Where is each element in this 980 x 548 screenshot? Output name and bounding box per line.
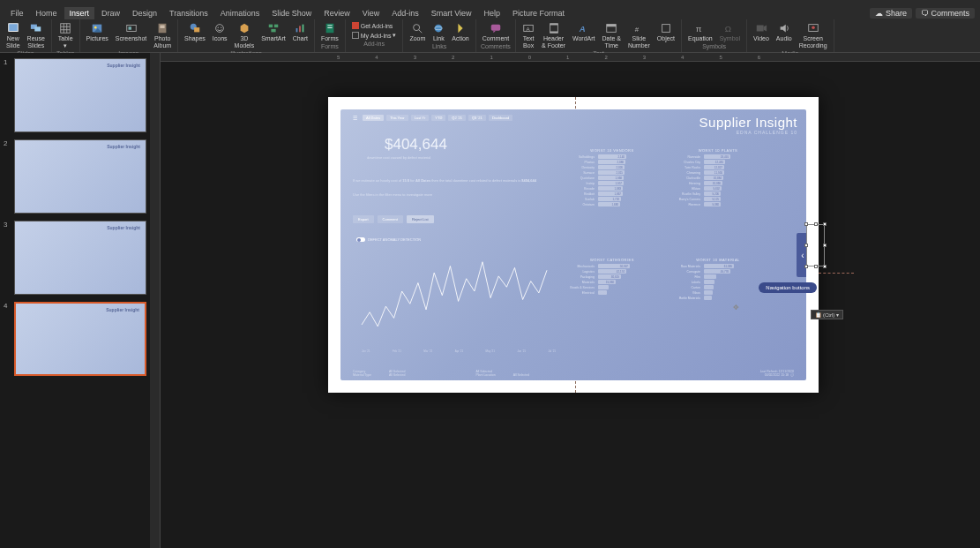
filter-q3[interactable]: Q3 '21 [468,115,486,121]
svg-rect-21 [269,25,273,28]
svg-marker-20 [241,24,249,34]
comment-button[interactable]: Comment [480,21,512,42]
tab-home[interactable]: Home [31,7,63,19]
tab-animations[interactable]: Animations [215,7,266,19]
tab-help[interactable]: Help [479,7,506,19]
tab-view[interactable]: View [357,7,385,19]
slide-content[interactable]: ☰ All Dates This Year Last Yr YTD Q2 '21… [328,97,819,393]
my-addins-button[interactable]: My Add-ins ▾ [349,31,400,40]
svg-point-30 [414,25,420,31]
shapes-button[interactable]: Shapes [182,21,208,42]
addins-icon [352,32,359,39]
navigation-callout[interactable]: Navigation buttons [759,282,817,293]
reuse-slides-button[interactable]: ReuseSlides [25,21,48,49]
comment-dash-button[interactable]: Comment [378,215,403,223]
link-button[interactable]: Link [430,21,447,42]
store-icon [352,22,359,29]
tab-file[interactable]: File [5,7,29,19]
svg-point-9 [94,26,97,29]
symbol-button[interactable]: ΩSymbol [717,21,743,42]
thumbnail-2[interactable]: Supplier Insight [14,139,146,214]
forms-button[interactable]: Forms [318,21,341,42]
reject-list-button[interactable]: Reject List [407,215,434,223]
icons-button[interactable]: Icons [210,21,230,42]
svg-rect-0 [9,24,19,32]
worst-categories-panel: WORST CATEGORIES Mechanicals50,997Logist… [568,258,656,296]
thumbnail-1[interactable]: Supplier Insight [14,58,146,132]
filter-dashboard[interactable]: Dashboard [489,115,513,121]
svg-text:Ω: Ω [725,24,731,34]
wordart-button[interactable]: AWordArt [570,21,598,42]
tab-addins[interactable]: Add-ins [386,7,424,19]
screen-recording-button[interactable]: ScreenRecording [797,21,830,49]
svg-point-53 [812,26,815,29]
svg-rect-3 [61,24,71,34]
equation-button[interactable]: πEquation [685,21,715,42]
svg-rect-35 [491,25,501,31]
pictures-button[interactable]: Pictures [84,21,111,42]
thumbnail-3[interactable]: Supplier Insight [14,221,146,295]
filter-ytd[interactable]: YTD [431,115,445,121]
audio-button[interactable]: Audio [774,21,795,42]
paste-options-button[interactable]: 📋 (Ctrl) ▾ [811,310,843,319]
svg-text:π: π [696,24,702,34]
3d-models-button[interactable]: 3DModels [232,21,258,49]
table-button[interactable]: Table▾ [56,21,76,49]
tab-insert[interactable]: Insert [64,7,95,19]
svg-point-19 [221,26,221,27]
new-slide-button[interactable]: NewSlide [4,21,23,49]
smart-guide [819,273,854,274]
slide-canvas[interactable]: 543210123456 ☰ All Dates This Year Last … [161,53,980,548]
zoom-button[interactable]: Zoom [407,21,428,42]
tab-design[interactable]: Design [127,7,162,19]
ribbon: NewSlide ReuseSlides Slides Table▾ Table… [0,19,980,53]
date-time-button[interactable]: Date &Time [600,21,624,49]
thumbnail-4[interactable]: Supplier Insight [14,302,146,376]
header-footer-button[interactable]: Header& Footer [539,21,568,49]
svg-marker-34 [458,24,462,34]
svg-rect-29 [327,27,332,28]
dashboard-footer: CategoryMaterial Type All SelectedAll Se… [353,370,794,377]
svg-rect-26 [303,25,304,33]
vertical-ruler [150,53,161,548]
svg-rect-49 [757,26,764,32]
video-button[interactable]: Video [751,21,772,42]
filter-last-year[interactable]: Last Yr [411,115,430,121]
svg-rect-23 [271,29,275,33]
anomaly-chart: Jan '21Feb '21Mar '21Apr '21May '21Jun '… [353,249,556,346]
tab-slideshow[interactable]: Slide Show [266,7,317,19]
filter-q2[interactable]: Q2 '21 [448,115,466,121]
tab-smartview[interactable]: Smart View [426,7,477,19]
slide-thumbnails: 1Supplier Insight 2Supplier Insight 3Sup… [0,53,150,548]
smartart-button[interactable]: SmartArt [258,21,288,42]
horizontal-ruler: 543210123456 [161,53,980,62]
comments-button[interactable]: 🗨 Comments [916,8,975,19]
tab-draw[interactable]: Draw [96,7,125,19]
get-addins-button[interactable]: Get Add-ins [349,21,400,30]
svg-rect-22 [274,25,278,28]
tab-transitions[interactable]: Transitions [164,7,213,19]
photo-album-button[interactable]: PhotoAlbum [151,21,174,49]
action-button[interactable]: Action [449,21,471,42]
screenshot-button[interactable]: Screenshot [113,21,149,42]
filter-this-year[interactable]: This Year [386,115,408,121]
tab-picture-format[interactable]: Picture Format [507,7,570,19]
nav-tab[interactable]: ‹ [797,233,806,277]
svg-text:A: A [526,26,530,32]
svg-line-31 [419,30,423,34]
export-button[interactable]: Export [353,215,374,223]
tab-review[interactable]: Review [318,7,355,19]
filter-all-dates[interactable]: All Dates [363,115,384,121]
object-button[interactable]: Object [655,21,677,42]
svg-point-32 [435,25,443,33]
slide-number-button[interactable]: #SlideNumber [625,21,653,49]
selection-box[interactable] [806,224,825,266]
text-box-button[interactable]: ATextBox [520,21,537,49]
headline-number: $404,644 [385,136,447,154]
svg-rect-40 [550,24,557,26]
toggle-icon [356,237,365,242]
anomaly-toggle[interactable]: DEFECT ANOMALY DETECTION [356,237,421,242]
share-button[interactable]: ☁ Share [870,8,912,19]
chart-button[interactable]: Chart [290,21,310,42]
svg-rect-44 [607,25,617,27]
